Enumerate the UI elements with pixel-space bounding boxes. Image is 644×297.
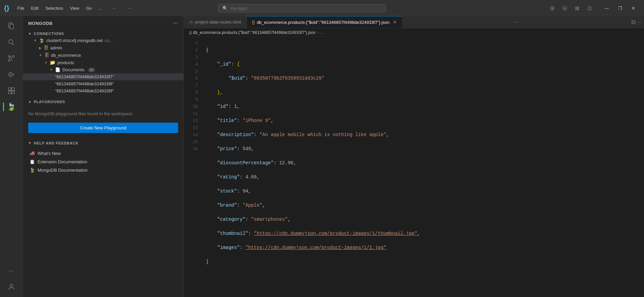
db-icon: 🗄 <box>44 45 48 50</box>
help-section-label[interactable]: ▼ HELP AND FEEDBACK <box>23 140 183 146</box>
tab-db-ecommerce-products[interactable]: {} db_ecommerce.products:{"$oid":"661346… <box>247 16 403 28</box>
selection-menu[interactable]: Selection <box>43 4 66 12</box>
editor-split-controls: ⊟ ··· <box>629 16 644 28</box>
menu-bar: File Edit Selection View Go ... <box>15 4 105 12</box>
search-bar[interactable]: 🔍 <box>218 4 386 12</box>
code-editor[interactable]: 1 2 3 4 5 6 7 8 9 10 11 12 13 14 15 16 {… <box>184 37 644 297</box>
restore-button[interactable]: ❐ <box>613 4 627 13</box>
code-content[interactable]: { "_id": { "$oid": "66350779b2f6358931dd… <box>201 37 644 297</box>
layout-controls: ⊞ ⊟ ⊠ ⊡ <box>547 4 594 13</box>
cluster-item[interactable]: ▼ 🍃 cluster0.vhzcxfj.mongodb.net co... <box>23 37 183 44</box>
run-debug-icon[interactable] <box>4 67 19 82</box>
announcement-icon: 📣 <box>30 151 35 156</box>
breadcrumb-file-icon: {} <box>189 31 192 35</box>
sidebar-header: MONGODB ··· <box>23 16 183 30</box>
docs-icon: 📋 <box>30 159 35 164</box>
search-icon: 🔍 <box>222 6 228 11</box>
doc-id-label: "661346857f4498de324933f8" <box>55 81 114 86</box>
more-menu[interactable]: ... <box>96 4 105 12</box>
create-playground-button[interactable]: Create New Playground <box>28 123 178 133</box>
cluster-name: cluster0.vhzcxfj.mongodb.net <box>46 38 103 43</box>
help-label: HELP AND FEEDBACK <box>34 141 78 145</box>
chevron-down-icon: ▼ <box>44 61 48 65</box>
code-line-8: "price": 549, <box>206 145 639 153</box>
admin-db-item[interactable]: ▶ 🗄 admin <box>23 44 183 51</box>
extensions-icon[interactable] <box>4 83 19 98</box>
toggle-secondary-icon[interactable]: ⊠ <box>572 4 582 13</box>
svg-point-4 <box>8 56 10 57</box>
svg-rect-10 <box>12 88 14 90</box>
code-line-12: "brand": "Apple", <box>206 202 639 209</box>
svg-rect-1 <box>10 24 13 29</box>
minimize-button[interactable]: — <box>600 4 613 13</box>
extension-docs-item[interactable]: 📋 Extension Documentation <box>23 158 183 166</box>
playgrounds-section[interactable]: ▼ PLAYGROUNDS <box>23 98 183 105</box>
source-control-icon[interactable] <box>4 51 19 66</box>
nav-forward-button[interactable]: → <box>125 4 135 12</box>
mongodb-icon[interactable]: 🍃 <box>4 99 19 114</box>
edit-menu[interactable]: Edit <box>29 4 41 12</box>
code-line-4: }, <box>206 89 639 96</box>
search-input[interactable] <box>230 6 381 11</box>
help-items: 📣 What's New 📋 Extension Documentation 🍃… <box>23 146 183 177</box>
playgrounds-label: PLAYGROUNDS <box>34 100 65 104</box>
toggle-panel-icon[interactable]: ⊟ <box>560 4 570 13</box>
file-menu[interactable]: File <box>15 4 27 12</box>
chevron-down-icon: ▼ <box>34 39 37 42</box>
svg-rect-12 <box>12 91 14 94</box>
tab-close-button[interactable]: ✕ <box>393 19 397 25</box>
explorer-icon[interactable] <box>4 19 19 34</box>
editor-more-button[interactable]: ··· <box>509 16 522 28</box>
doc-id-item-2[interactable]: "661346857f4498de324933f9" <box>23 87 183 94</box>
connections-section[interactable]: ▼ CONNECTIONS <box>23 30 183 37</box>
breadcrumb-more: ... <box>321 30 324 35</box>
account-icon[interactable] <box>4 280 19 294</box>
code-line-2: "_id": { <box>206 61 639 68</box>
whats-new-item[interactable]: 📣 What's New <box>23 149 183 158</box>
toggle-editor-icon[interactable]: ⊡ <box>585 4 594 13</box>
mongodb-leaf-icon: 🍃 <box>30 168 35 173</box>
mongodb-docs-label: MongoDB Documentation <box>38 168 88 173</box>
doc-id-label: "661346857f4498de324933f7" <box>55 74 114 79</box>
svg-marker-7 <box>10 72 14 77</box>
documents-item[interactable]: ▼ 📄 Documents 96 <box>23 66 183 73</box>
chevron-down-icon: ▼ <box>28 141 32 145</box>
code-line-10: "rating": 4.69, <box>206 174 639 181</box>
sidebar: MONGODB ··· ▼ CONNECTIONS ▼ 🍃 cluster0.v… <box>23 16 184 297</box>
line-numbers: 1 2 3 4 5 6 7 8 9 10 11 12 13 14 15 16 <box>184 37 201 297</box>
editor-more2-button[interactable]: ··· <box>637 19 641 25</box>
split-editor-icon[interactable]: ⊟ <box>631 19 636 25</box>
sidebar-more-button[interactable]: ··· <box>173 20 178 26</box>
playgrounds-content: No MongoDB playground files found in the… <box>23 105 183 136</box>
tab-label: db_ecommerce.products:{"$oid":"661346857… <box>257 20 390 25</box>
more-icon[interactable]: ··· <box>4 263 19 278</box>
doc-id-item-0[interactable]: "661346857f4498de324933f7" <box>23 73 183 80</box>
playgrounds-empty-text: No MongoDB playground files found in the… <box>28 108 178 120</box>
breadcrumb-separator: > <box>317 30 319 35</box>
code-line-14a: "thumbnail": "https://cdn.dummyjson.com/… <box>206 230 639 237</box>
documents-count-badge: 96 <box>88 68 95 72</box>
go-menu[interactable]: Go <box>83 4 94 12</box>
whats-new-label: What's New <box>38 151 61 156</box>
nav-back-button[interactable]: ← <box>110 4 120 12</box>
view-menu[interactable]: View <box>67 4 82 12</box>
db-name: db_ecommerce <box>51 53 81 58</box>
toggle-sidebar-icon[interactable]: ⊞ <box>547 4 557 13</box>
tab-project-data-routes[interactable]: ‹/› project-data-routes.html <box>184 16 247 28</box>
vscode-logo: {} <box>4 4 9 12</box>
mongodb-docs-item[interactable]: 🍃 MongoDB Documentation <box>23 166 183 174</box>
svg-rect-9 <box>8 88 11 90</box>
doc-id-item-1[interactable]: "661346857f4498de324933f8" <box>23 80 183 87</box>
code-line-1: { <box>206 47 639 54</box>
svg-line-3 <box>12 43 14 45</box>
code-line-9: "discountPercentage": 12.96, <box>206 160 639 167</box>
code-line-13: "category": "smartphones", <box>206 216 639 223</box>
dbecommerce-item[interactable]: ▼ 🗄 db_ecommerce <box>23 51 183 59</box>
collection-name: products <box>57 60 74 65</box>
window-controls: — ❐ ✕ <box>600 4 640 13</box>
search-icon[interactable] <box>4 35 19 50</box>
code-line-14b: "images": "https://cdn.dummyjson.com/pro… <box>206 244 639 251</box>
cluster-suffix: co... <box>105 38 113 43</box>
close-button[interactable]: ✕ <box>627 4 640 13</box>
products-collection-item[interactable]: ▼ 📁 products <box>23 59 183 66</box>
